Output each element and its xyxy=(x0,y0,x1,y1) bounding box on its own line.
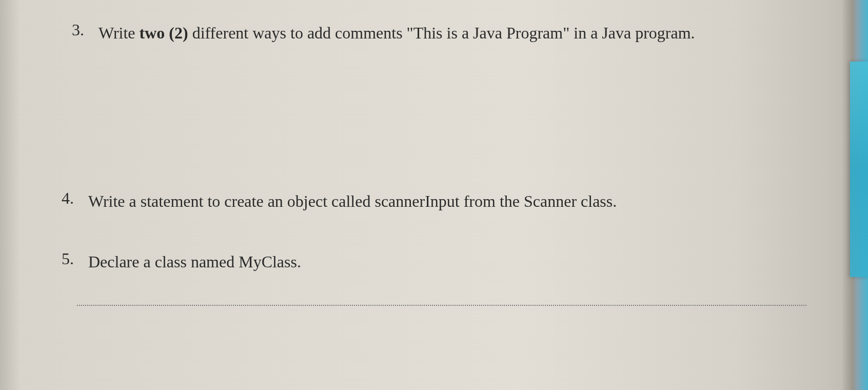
question-number: 3. xyxy=(72,21,84,40)
section-divider xyxy=(77,305,806,306)
question-text-prefix: Write xyxy=(98,24,140,42)
question-number: 4. xyxy=(62,189,74,208)
question-text: Declare a class named MyClass. xyxy=(88,252,301,271)
question-text-prefix: Write a statement to create an object ca… xyxy=(88,192,617,210)
question-text: Write a statement to create an object ca… xyxy=(88,192,617,210)
question-5: 5. Declare a class named MyClass. xyxy=(31,249,837,274)
question-text-bold: two (2) xyxy=(140,24,188,42)
question-text: Write two (2) different ways to add comm… xyxy=(98,24,695,42)
question-3: 3. Write two (2) different ways to add c… xyxy=(31,21,837,45)
question-text-prefix: Declare a class named MyClass. xyxy=(88,252,301,271)
question-number: 5. xyxy=(62,249,74,268)
worksheet-page: 3. Write two (2) different ways to add c… xyxy=(0,0,868,390)
blue-tab-edge xyxy=(850,62,868,277)
question-4: 4. Write a statement to create an object… xyxy=(31,189,837,213)
question-text-suffix: different ways to add comments "This is … xyxy=(188,24,695,42)
